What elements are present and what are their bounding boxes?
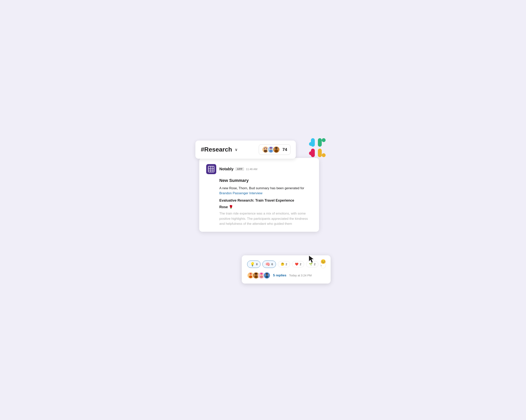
seedling-emoji: 🌱 [309,263,313,266]
svg-point-20 [275,150,278,152]
svg-point-12 [264,148,266,150]
svg-point-19 [275,147,277,148]
members-pill[interactable]: 74 [259,144,290,155]
member-count: 74 [283,147,287,152]
scene: #Research ∨ [195,137,331,284]
svg-point-15 [269,147,272,149]
channel-header-card: #Research ∨ [195,141,296,159]
message-header: Notably APP 11:46 AM [206,164,312,174]
reaction-thinking[interactable]: 🤔 2 [278,261,290,267]
svg-point-41 [266,273,268,274]
channel-name[interactable]: #Research [201,146,232,153]
replies-link[interactable]: 5 replies [273,274,286,277]
message-meta: Notably APP 11:46 AM [219,167,257,171]
brain-count: 6 [271,263,273,266]
heart-emoji: ❤️ [295,263,299,266]
channel-chevron-icon[interactable]: ∨ [235,147,238,152]
svg-point-37 [260,273,263,275]
sender-name: Notably [219,167,233,171]
svg-point-30 [249,276,252,278]
reaction-brain[interactable]: 🧠 6 [263,261,276,268]
message-card: Notably APP 11:46 AM New Summary A new R… [199,158,319,232]
cursor-arrow-icon [309,256,315,263]
message-title: New Summary [219,178,312,183]
svg-point-38 [260,276,263,278]
member-avatars [262,146,280,153]
slack-logo [307,137,331,160]
heart-count: 2 [300,263,301,266]
reaction-bulb[interactable]: 💡 8 [247,261,261,268]
replies-row: 5 replies Today at 3:24 PM [247,272,325,279]
avatar-3 [273,146,280,153]
thinking-count: 2 [286,263,287,266]
svg-rect-4 [318,149,322,157]
svg-rect-5 [322,153,326,157]
rose-heading: Rose 🌹 [219,205,312,209]
svg-point-34 [254,276,258,278]
svg-point-10 [264,150,267,152]
channel-name-row: #Research ∨ [201,146,238,153]
reactions-card: 💡 8 🧠 6 🤔 2 ❤️ 2 🌱 2 [242,255,331,284]
svg-point-33 [255,273,257,274]
brain-emoji: 🧠 [265,262,270,266]
replies-time: Today at 3:24 PM [289,274,312,277]
interview-link[interactable]: Brandon Passenger Interview [219,191,263,195]
rose-text: The train ride experience was a mix of e… [219,211,312,226]
reply-avatars [247,272,270,279]
svg-marker-43 [309,256,314,263]
svg-point-42 [265,276,268,278]
add-emoji-button[interactable]: 😊+ [320,260,326,268]
add-emoji-icon: 😊+ [321,259,326,269]
svg-rect-21 [208,166,214,172]
svg-rect-2 [318,138,322,147]
reaction-heart[interactable]: ❤️ 2 [292,261,304,267]
notably-app-icon [206,164,216,174]
app-badge: APP [235,167,244,171]
bulb-emoji: 💡 [250,262,255,266]
thinking-emoji: 🤔 [281,263,284,266]
svg-point-16 [269,150,273,152]
bulb-count: 8 [256,263,258,266]
seedling-count: 2 [314,263,315,266]
svg-rect-1 [309,142,313,146]
message-body: New Summary A new Rose, Thorn, Bud summa… [206,178,312,226]
message-subtitle: Evaluative Research: Train Travel Experi… [219,198,312,203]
message-body-text: A new Rose, Thorn, Bud summary has been … [219,186,312,196]
message-time: 11:46 AM [246,168,257,171]
svg-rect-7 [309,151,313,155]
svg-rect-3 [322,138,326,142]
reply-avatar-4 [263,272,270,279]
svg-point-29 [250,273,252,274]
